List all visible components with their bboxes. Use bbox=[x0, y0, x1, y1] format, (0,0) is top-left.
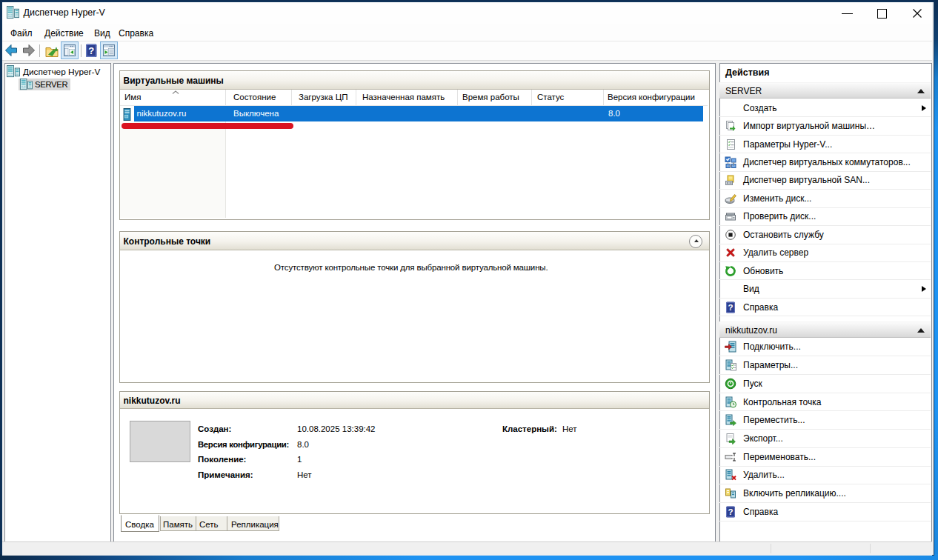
svg-text:?: ? bbox=[88, 45, 94, 56]
svg-text:?: ? bbox=[728, 507, 733, 516]
svg-text:?: ? bbox=[728, 303, 733, 312]
